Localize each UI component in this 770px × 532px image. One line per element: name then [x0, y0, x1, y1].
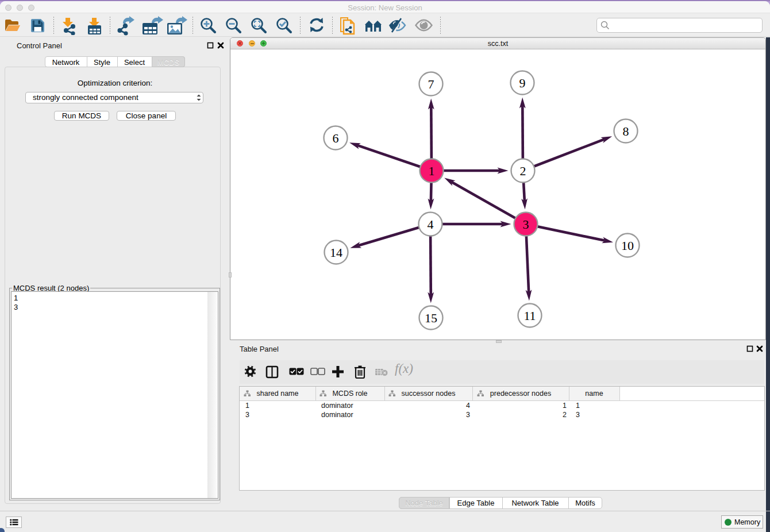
svg-text:15: 15 [425, 311, 437, 325]
svg-text:8: 8 [623, 124, 629, 138]
svg-text:3: 3 [523, 217, 529, 232]
svg-text:14: 14 [330, 245, 342, 260]
svg-text:10: 10 [621, 238, 634, 253]
svg-text:9: 9 [519, 76, 526, 90]
svg-text:1: 1 [429, 164, 435, 178]
svg-text:2: 2 [520, 164, 526, 178]
svg-text:6: 6 [333, 131, 339, 145]
svg-text:11: 11 [523, 309, 536, 323]
svg-text:7: 7 [428, 77, 434, 91]
svg-text:4: 4 [428, 217, 434, 232]
